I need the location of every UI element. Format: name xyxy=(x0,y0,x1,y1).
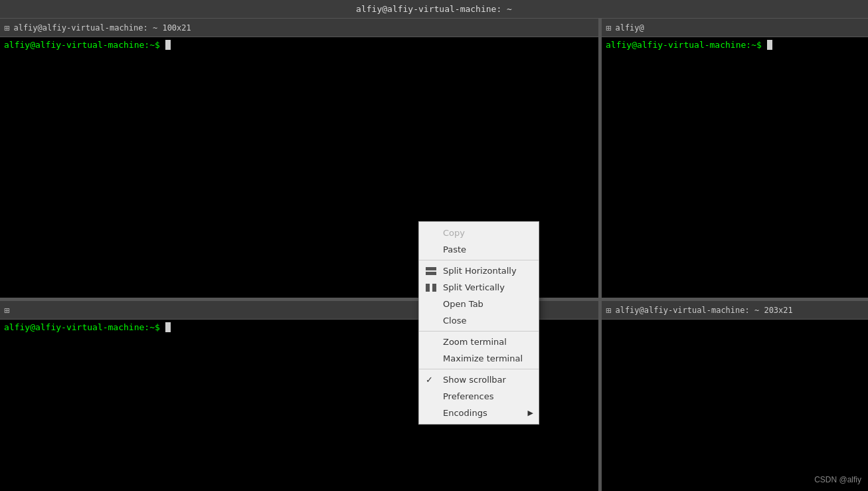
tab-title-bottom-right: alfiy@alfiy-virtual-machine: ~ 203x21 xyxy=(615,306,792,315)
menu-item-split-v[interactable]: Split Vertically xyxy=(419,279,539,296)
menu-separator xyxy=(419,260,539,260)
prompt-top-right: alfiy@alfiy-virtual-machine:~$ xyxy=(606,40,864,50)
menu-separator xyxy=(419,369,539,369)
svg-rect-0 xyxy=(426,267,436,270)
menu-item-label-split-h: Split Horizontally xyxy=(443,266,517,276)
menu-item-split-h[interactable]: Split Horizontally xyxy=(419,262,539,279)
tab-title-top-left: alfiy@alfiy-virtual-machine: ~ 100x21 xyxy=(13,23,191,33)
terminal-pane-bottom-right[interactable]: ⊞ alfiy@alfiy-virtual-machine: ~ 203x21 xyxy=(602,301,868,491)
watermark: CSDN @alfiy xyxy=(814,475,861,484)
menu-item-label-split-v: Split Vertically xyxy=(443,282,505,292)
menu-item-label-maximize-terminal: Maximize terminal xyxy=(443,353,523,363)
prompt-top-left: alfiy@alfiy-virtual-machine:~$ xyxy=(4,40,594,50)
menu-item-label-show-scrollbar: Show scrollbar xyxy=(443,375,506,385)
context-menu: CopyPaste Split Horizontally Split Verti… xyxy=(418,221,539,425)
menu-item-show-scrollbar[interactable]: ✓Show scrollbar xyxy=(419,371,539,388)
menu-item-encodings[interactable]: Encodings▶ xyxy=(419,405,539,421)
tab-icon-top-right: ⊞ xyxy=(606,23,611,33)
menu-item-label-close: Close xyxy=(443,316,466,326)
svg-rect-2 xyxy=(426,284,430,292)
cursor-top-left xyxy=(165,40,171,50)
title-bar: alfiy@alfiy-virtual-machine: ~ xyxy=(0,0,868,19)
menu-item-label-encodings: Encodings xyxy=(443,408,487,418)
menu-item-label-paste: Paste xyxy=(443,245,466,254)
menu-item-open-tab[interactable]: Open Tab xyxy=(419,296,539,312)
tab-bar-top-left: ⊞ alfiy@alfiy-virtual-machine: ~ 100x21 xyxy=(0,19,598,37)
menu-item-label-open-tab: Open Tab xyxy=(443,299,483,309)
cursor-bottom-left xyxy=(165,322,171,332)
menu-item-label-copy: Copy xyxy=(443,228,465,238)
terminal-body-bottom-right[interactable] xyxy=(602,320,868,491)
menu-separator xyxy=(419,331,539,332)
title-bar-text: alfiy@alfiy-virtual-machine: ~ xyxy=(356,4,512,14)
menu-item-label-preferences: Preferences xyxy=(443,391,493,401)
tab-icon-bottom-right: ⊞ xyxy=(606,305,611,316)
terminal-body-top-right[interactable]: alfiy@alfiy-virtual-machine:~$ xyxy=(602,37,868,298)
cursor-top-right xyxy=(767,40,772,50)
submenu-arrow-icon: ▶ xyxy=(528,409,533,417)
menu-item-zoom-terminal[interactable]: Zoom terminal xyxy=(419,334,539,350)
menu-item-label-zoom-terminal: Zoom terminal xyxy=(443,337,507,347)
terminal-pane-top-right[interactable]: ⊞ alfiy@ alfiy@alfiy-virtual-machine:~$ xyxy=(602,19,868,298)
menu-item-preferences[interactable]: Preferences xyxy=(419,388,539,405)
menu-item-close[interactable]: Close xyxy=(419,312,539,329)
tab-bar-bottom-right: ⊞ alfiy@alfiy-virtual-machine: ~ 203x21 xyxy=(602,301,868,320)
split-horizontally-icon xyxy=(426,267,436,275)
menu-item-copy: Copy xyxy=(419,225,539,241)
menu-item-paste[interactable]: Paste xyxy=(419,241,539,258)
svg-rect-1 xyxy=(426,272,436,275)
terminal-container: ⊞ alfiy@alfiy-virtual-machine: ~ 100x21 … xyxy=(0,19,868,491)
svg-rect-3 xyxy=(432,284,436,292)
split-vertically-icon xyxy=(426,284,436,292)
tab-icon-bottom-left: ⊞ xyxy=(4,305,9,316)
check-mark-icon: ✓ xyxy=(426,375,433,385)
menu-item-maximize-terminal[interactable]: Maximize terminal xyxy=(419,350,539,367)
tab-title-top-right: alfiy@ xyxy=(615,23,644,33)
tab-icon-top-left: ⊞ xyxy=(4,23,9,33)
tab-bar-top-right: ⊞ alfiy@ xyxy=(602,19,868,37)
